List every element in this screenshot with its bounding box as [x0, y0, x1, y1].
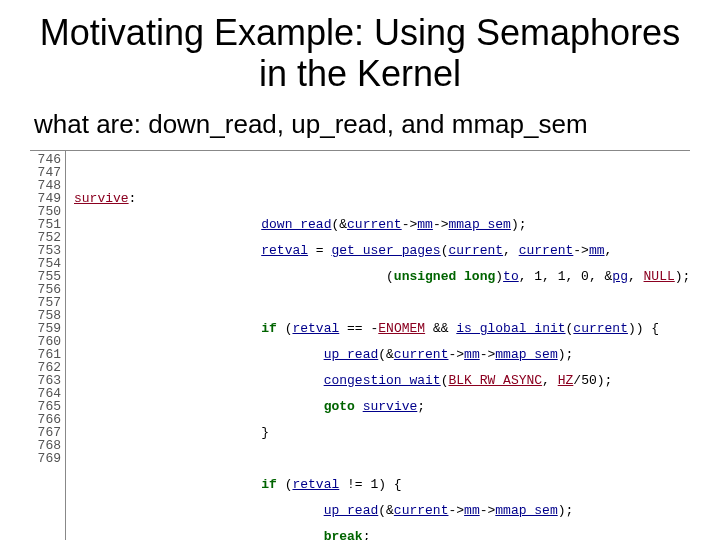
slide-title: Motivating Example: Using Semaphores in …: [30, 12, 690, 95]
code-line: up_read(&current->mm->mmap_sem);: [74, 504, 690, 517]
code-line: goto survive;: [74, 400, 690, 413]
code-line: if (retval == -ENOMEM && is_global_init(…: [74, 322, 690, 335]
line-number: 766: [32, 413, 61, 426]
line-number: 760: [32, 335, 61, 348]
line-number: 767: [32, 426, 61, 439]
line-number: 747: [32, 166, 61, 179]
line-number: 768: [32, 439, 61, 452]
line-number: 754: [32, 257, 61, 270]
code-line: [74, 166, 690, 179]
line-number: 762: [32, 361, 61, 374]
code-line: [74, 296, 690, 309]
line-number: 756: [32, 283, 61, 296]
line-number: 755: [32, 270, 61, 283]
line-number: 769: [32, 452, 61, 465]
line-number: 758: [32, 309, 61, 322]
code-line: if (retval != 1) {: [74, 478, 690, 491]
line-number: 751: [32, 218, 61, 231]
line-number: 746: [32, 153, 61, 166]
code-line: }: [74, 426, 690, 439]
code-line: survive:: [74, 192, 690, 205]
code-block: 746 747 748 749 750 751 752 753 754 755 …: [30, 150, 690, 540]
line-number: 753: [32, 244, 61, 257]
code-line: [74, 452, 690, 465]
code-line: up_read(&current->mm->mmap_sem);: [74, 348, 690, 361]
line-number: 752: [32, 231, 61, 244]
line-number: 765: [32, 400, 61, 413]
code-line: break;: [74, 530, 690, 540]
line-number: 749: [32, 192, 61, 205]
slide: Motivating Example: Using Semaphores in …: [0, 0, 720, 540]
line-number: 761: [32, 348, 61, 361]
line-number: 750: [32, 205, 61, 218]
code-label: survive: [74, 191, 129, 206]
code-line: (unsigned long)to, 1, 1, 0, &pg, NULL);: [74, 270, 690, 283]
slide-subtitle: what are: down_read, up_read, and mmap_s…: [30, 109, 690, 140]
line-number: 764: [32, 387, 61, 400]
code-line: retval = get_user_pages(current, current…: [74, 244, 690, 257]
line-number-gutter: 746 747 748 749 750 751 752 753 754 755 …: [30, 151, 66, 540]
line-number: 757: [32, 296, 61, 309]
line-number: 748: [32, 179, 61, 192]
line-number: 763: [32, 374, 61, 387]
line-number: 759: [32, 322, 61, 335]
code-area: survive: down_read(&current->mm->mmap_se…: [66, 151, 690, 540]
code-line: down_read(&current->mm->mmap_sem);: [74, 218, 690, 231]
code-line: congestion_wait(BLK_RW_ASYNC, HZ/50);: [74, 374, 690, 387]
